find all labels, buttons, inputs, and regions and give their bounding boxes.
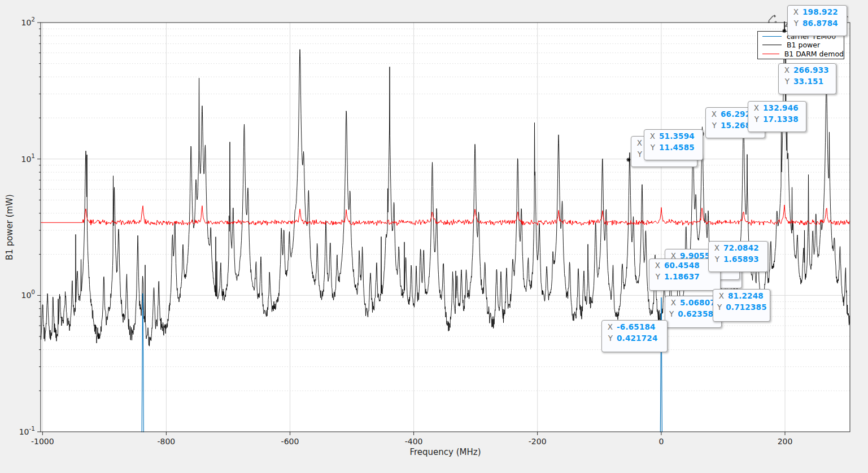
datatip[interactable]: X266.933Y33.151 [778,63,836,94]
datatip-axis-label: Y [669,309,674,318]
datatip-value: 0.421724 [617,334,657,343]
datatip[interactable]: X72.0842Y1.65893 [708,241,768,272]
datatip-axis-label: Y [783,77,790,86]
datatip-axis-label: X [653,261,660,270]
x-tick-label: -200 [529,437,547,446]
datatip-axis-label: Y [648,143,655,152]
datatip-value: 198.922 [802,7,838,16]
datatip-axis-label: Y [710,121,717,130]
x-tick-label: -1000 [31,437,54,446]
datatip-axis-label: X [792,7,799,16]
datatip-axis-label: Y [653,272,660,281]
datatip[interactable]: X51.3594Y11.4585 [644,129,703,160]
legend-label-b1-power: B1 power [787,41,820,49]
legend-label-darm: B1 DARM demod [784,50,844,58]
datatip-axis-label: X [752,103,759,112]
y-tick-label: 101 [21,152,35,164]
datatip[interactable]: X-6.65184Y0.421724 [601,320,668,352]
datatip-value: 17.1338 [763,115,799,124]
datatip-value: 66.292 [721,110,751,119]
datatip-axis-label: Y [717,303,722,312]
datatip[interactable]: X81.2248Y0.712385 [713,289,770,322]
legend-entry-darm[interactable]: B1 DARM demod [758,50,844,58]
datatip-value: 60.4548 [664,261,700,270]
datatip-value: 72.0842 [723,243,759,252]
datatip-axis-label: Y [752,115,759,124]
datatip-value: 132.946 [763,103,799,112]
datatip[interactable]: X132.946Y17.1338 [748,101,806,132]
legend-entry-b1-power[interactable]: B1 power [758,41,844,49]
y-tick-label: 100 [21,288,35,300]
datatip-value: 15.268 [721,121,751,130]
y-axis-label: B1 power (mW) [5,194,15,260]
axes-toolbar [767,11,778,26]
datatip-value: 0.712385 [726,303,766,312]
datatip-axis-label: X [606,322,613,331]
datatip-value: 1.18637 [664,272,700,281]
datatip-axis-label: Y [635,150,642,159]
datatip-value: 51.3594 [659,132,695,141]
brush-icon[interactable] [767,13,778,24]
datatip-axis-label: X [710,110,717,119]
datatip-value: 266.933 [793,65,829,75]
x-tick-label: -400 [405,437,423,446]
plot-area[interactable] [41,23,850,432]
datatip-value: -6.65184 [617,322,656,331]
legend-line-darm [762,54,779,54]
plot-canvas[interactable]: -1000-800-600-400-200020010-1100101102Fr… [0,0,868,473]
datatip-value: 86.8784 [802,19,838,28]
legend-line-carrier [762,36,782,37]
x-axis-label: Frequency (MHz) [409,447,481,457]
x-tick-label: 0 [658,437,664,446]
x-tick-label: -600 [281,437,299,446]
legend-line-b1-power [762,45,782,45]
datatip-value: 81.2248 [728,291,764,300]
datatip-axis-label: X [717,291,724,300]
datatip[interactable]: X198.922Y86.8784 [787,5,847,36]
y-tick-label: 10-1 [19,425,35,436]
datatip-axis-label: X [635,138,642,147]
datatip-value: 5.06807 [680,298,716,307]
datatip-axis-label: X [669,298,676,307]
datatip-axis-label: X [783,65,790,75]
matlab-figure: -1000-800-600-400-200020010-1100101102Fr… [0,0,868,473]
y-tick-label: 102 [21,16,35,27]
datatip-value: 33.151 [793,77,823,86]
datatip-axis-label: Y [713,255,719,264]
datatip-axis-label: X [713,243,719,252]
datatip-axis-label: Y [606,334,613,343]
datatip-value: 11.4585 [659,143,695,152]
x-tick-label: -800 [158,437,176,446]
datatip-axis-label: Y [792,19,799,28]
x-tick-label: 200 [778,437,793,446]
datatip-axis-label: X [648,132,655,141]
datatip-value: 1.65893 [723,255,759,264]
